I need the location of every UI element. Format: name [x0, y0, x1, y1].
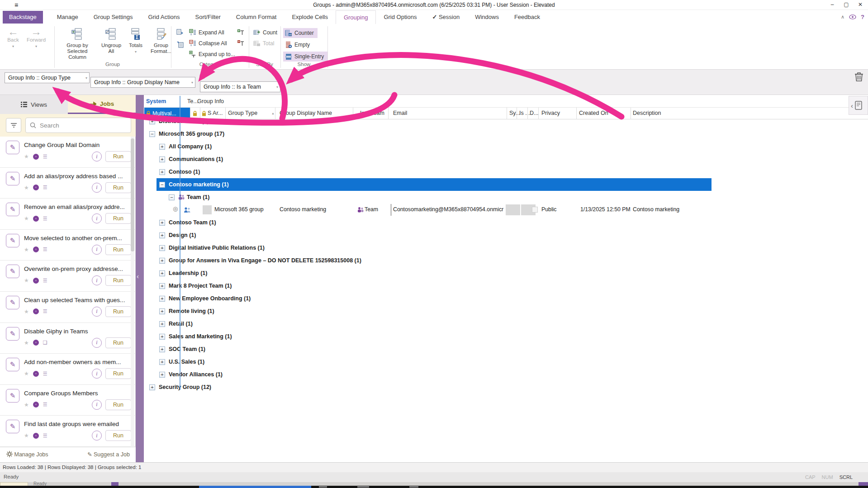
tree-row[interactable]: + Design (1) [144, 229, 868, 242]
close-button[interactable]: ✕ [854, 0, 867, 9]
job-list-item[interactable]: ✎ Remove an email alias/proxy addre... ★… [0, 199, 136, 230]
job-info-button[interactable]: i [92, 431, 102, 441]
job-run-button[interactable]: Run [105, 182, 131, 193]
job-list-item[interactable]: ✎ Clean up selected Teams with gues... ★… [0, 292, 136, 323]
tab-grid-options[interactable]: Grid Options [376, 10, 424, 24]
band-group-info[interactable]: Group Info [197, 98, 224, 104]
expand-level-minus-button[interactable] [237, 40, 244, 47]
job-run-button[interactable]: Run [105, 213, 131, 224]
job-list-item[interactable]: ✎ Move selected to another on-prem... ★ … [0, 230, 136, 261]
tree-row[interactable]: + SOC Team (1) [144, 343, 868, 355]
job-run-button[interactable]: Run [105, 337, 131, 348]
job-list-item[interactable]: ✎ Disable Giphy in Teams ★ ◦ i Run [0, 323, 136, 354]
job-info-button[interactable]: i [92, 400, 102, 410]
group-chip-is-a-team[interactable]: Group Info :: Is a Team▾ [200, 81, 280, 92]
minimize-button[interactable]: – [825, 0, 839, 9]
tree-row[interactable]: − Contoso marketing (1) [157, 178, 711, 191]
job-run-button[interactable]: Run [105, 399, 131, 410]
expand-toggle-icon[interactable]: + [159, 270, 165, 276]
tab-backstage[interactable]: Backstage [3, 11, 43, 24]
expand-toggle-icon[interactable]: − [159, 182, 165, 188]
band-system[interactable]: System [146, 98, 166, 104]
privacy-checkbox[interactable] [532, 207, 538, 213]
tree-row[interactable]: + Vendor Alliances (1) [144, 368, 868, 381]
job-info-button[interactable]: i [92, 369, 102, 379]
counter-toggle[interactable]: m Counter [283, 28, 318, 38]
filter-button[interactable] [6, 118, 21, 133]
favorite-star-icon[interactable]: ★ [24, 215, 29, 222]
collapse-all-button[interactable]: Collapse All [189, 40, 227, 47]
tree-row[interactable]: + Group for Answers in Viva Engage – DO … [144, 254, 868, 267]
job-run-button[interactable]: Run [105, 275, 131, 286]
tab-sort-filter[interactable]: Sort/Filter [188, 10, 228, 24]
totals-button[interactable]: Σ Totals▾ [125, 26, 147, 55]
group-chip-group-type[interactable]: Group Info :: Group Type▾ [5, 72, 90, 83]
right-flyout-toggle[interactable]: ‹ [849, 96, 868, 115]
favorite-star-icon[interactable]: ★ [24, 185, 29, 191]
tree-row[interactable]: + U.S. Sales (1) [144, 355, 868, 368]
job-run-button[interactable]: Run [105, 306, 131, 317]
expand-toggle-icon[interactable]: + [159, 334, 165, 340]
tree-row[interactable]: + Security Group (12) [144, 381, 868, 393]
job-info-button[interactable]: i [92, 338, 102, 348]
forward-button[interactable]: → Forward▾ [24, 26, 48, 49]
expand-toggle-icon[interactable]: + [159, 346, 165, 352]
expand-toggle-icon[interactable]: + [159, 232, 165, 238]
job-list-item[interactable]: ✎ Add an alias/proxy address based ... ★… [0, 168, 136, 199]
group-format-button[interactable]: GroupFormat... [147, 26, 175, 54]
favorite-star-icon[interactable]: ★ [24, 340, 29, 346]
job-info-button[interactable]: i [92, 183, 102, 193]
job-list-item[interactable]: ✎ Add non-member owners as mem... ★ ◦ i … [0, 354, 136, 385]
group-by-selected-column-button[interactable]: Group bySelected Column [58, 26, 97, 60]
job-info-button[interactable]: i [92, 245, 102, 255]
record-selector-icon[interactable]: ◎ [173, 205, 178, 212]
expand-toggle-icon[interactable]: + [159, 258, 165, 264]
expand-toggle-icon[interactable]: + [149, 384, 155, 390]
favorite-star-icon[interactable]: ★ [24, 246, 29, 253]
paste-grouping-button[interactable] [176, 41, 184, 48]
tree-row[interactable]: + Contoso (1) [144, 166, 868, 178]
expand-toggle-icon[interactable]: + [159, 321, 165, 327]
expand-toggle-icon[interactable]: + [159, 296, 165, 302]
favorite-star-icon[interactable]: ★ [24, 370, 29, 377]
favorite-star-icon[interactable]: ★ [24, 402, 29, 408]
favorite-star-icon[interactable]: ★ [24, 153, 29, 160]
job-run-button[interactable]: Run [105, 151, 131, 162]
expand-up-to-button[interactable]: Expand up to... [189, 51, 235, 58]
job-info-button[interactable]: i [92, 275, 102, 285]
expand-toggle-icon[interactable]: + [159, 144, 165, 150]
tab-grouping[interactable]: Grouping [336, 10, 376, 24]
copy-grouping-button[interactable] [176, 29, 184, 36]
maximize-button[interactable]: ▢ [840, 0, 853, 9]
job-list-item[interactable]: ✎ Find last date groups were emailed ★ ◦… [0, 416, 136, 447]
delete-grouping-trash-icon[interactable] [854, 71, 864, 82]
tree-row[interactable]: + Leadership (1) [144, 267, 868, 280]
tree-row[interactable]: + Communications (1) [144, 153, 868, 166]
tab-session[interactable]: ✓ Session [424, 10, 467, 24]
job-list-item[interactable]: ✎ Overwrite on-prem proxy addresse... ★ … [0, 261, 136, 292]
back-button[interactable]: ← Back▾ [3, 26, 24, 49]
tab-column-format[interactable]: Column Format [228, 10, 285, 24]
total-button[interactable]: Total [253, 40, 274, 47]
favorite-star-icon[interactable]: ★ [24, 432, 29, 439]
panel-collapse-strip[interactable]: ‹ [136, 95, 144, 462]
tab-group-settings[interactable]: Group Settings [86, 10, 141, 24]
help-icon[interactable]: ? [861, 14, 864, 20]
expand-toggle-icon[interactable]: + [159, 372, 165, 378]
suggest-a-job-button[interactable]: ✎ Suggest a Job [87, 451, 130, 458]
eye-icon[interactable] [849, 14, 856, 19]
job-info-button[interactable]: i [92, 213, 102, 223]
group-chip-display-name[interactable]: Group Info :: Group Display Name▾ [90, 77, 195, 88]
tree-row[interactable]: + All Company (1) [144, 140, 868, 153]
expand-toggle-icon[interactable]: − [169, 194, 175, 200]
tab-windows[interactable]: Windows [467, 10, 507, 24]
job-list-item[interactable]: ✎ Change Group Mail Domain ★ ◦ i Run [0, 137, 136, 168]
expand-toggle-icon[interactable]: + [159, 359, 165, 365]
tree-row[interactable]: + Digital Initiative Public Relations (1… [144, 242, 868, 254]
favorite-star-icon[interactable]: ★ [24, 308, 29, 315]
tree-row[interactable]: − Team (1) [144, 191, 868, 204]
collapse-ribbon-icon[interactable]: ∧ [841, 14, 844, 20]
tree-row[interactable]: + New Employee Onboarding (1) [144, 292, 868, 305]
expand-toggle-icon[interactable]: + [159, 283, 165, 289]
tab-feedback[interactable]: Feedback [507, 10, 548, 24]
